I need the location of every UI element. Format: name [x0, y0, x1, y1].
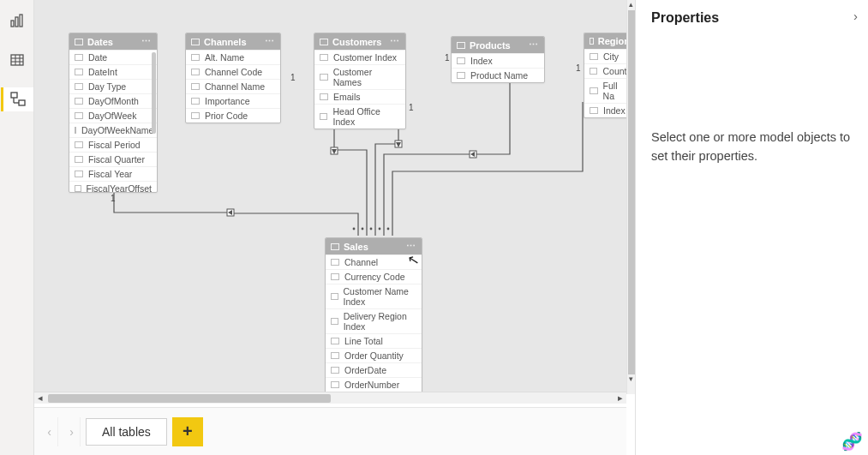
table-field[interactable]: Day Type	[69, 79, 157, 93]
properties-title: Properties	[651, 10, 853, 26]
column-icon	[75, 112, 83, 119]
table-icon	[9, 52, 25, 68]
more-icon[interactable]: ⋯	[141, 36, 152, 47]
add-tab-button[interactable]: +	[172, 417, 203, 446]
table-icon	[320, 39, 328, 45]
table-field[interactable]: Emails	[314, 89, 405, 104]
table-field[interactable]: Delivery Region Index	[326, 308, 422, 333]
collapse-properties-button[interactable]: ›	[853, 9, 858, 23]
table-field[interactable]: Channel Code	[186, 64, 280, 79]
column-icon	[75, 54, 83, 61]
table-name-customers: Customers	[332, 37, 381, 47]
tab-all-tables[interactable]: All tables	[86, 418, 167, 446]
properties-empty-hint: Select one or more model objects to set …	[651, 129, 853, 166]
scroll-thumb[interactable]	[48, 394, 331, 403]
table-field[interactable]: Prior Code	[186, 108, 280, 123]
table-card-products[interactable]: Products ⋯ Index Product Name	[451, 36, 545, 83]
table-field[interactable]: OrderDate	[326, 362, 422, 377]
report-view-button[interactable]	[5, 9, 29, 33]
column-icon	[331, 273, 339, 280]
canvas-horizontal-scrollbar[interactable]: ◂ ▸	[34, 392, 626, 404]
table-name-dates: Dates	[87, 37, 113, 47]
table-field[interactable]: Index	[584, 103, 626, 117]
table-icon	[457, 42, 465, 49]
table-field[interactable]: Fiscal Period	[69, 137, 157, 152]
table-card-dates[interactable]: Dates ⋯ Date DateInt Day Type DayOfMonth…	[69, 33, 158, 193]
cardinality-one-customers: 1	[409, 103, 414, 112]
more-icon[interactable]: ⋯	[529, 39, 539, 51]
column-icon	[75, 98, 83, 105]
scroll-left-icon[interactable]: ◂	[34, 392, 46, 404]
tab-prev-button[interactable]: ‹	[41, 417, 58, 446]
table-header-sales[interactable]: Sales ⋯	[326, 238, 422, 254]
table-icon	[191, 39, 200, 45]
column-icon	[75, 127, 76, 134]
column-icon	[191, 112, 200, 119]
table-field[interactable]: Full Na	[584, 78, 626, 103]
table-header-channels[interactable]: Channels ⋯	[186, 33, 280, 50]
svg-rect-12	[227, 209, 234, 216]
table-field[interactable]: DayOfMonth	[69, 93, 157, 108]
table-header-customers[interactable]: Customers ⋯	[314, 33, 405, 50]
svg-point-24	[387, 228, 390, 230]
svg-rect-9	[19, 100, 25, 105]
table-field[interactable]: Customer Index	[314, 50, 405, 64]
tab-next-button[interactable]: ›	[63, 417, 81, 446]
table-field[interactable]: Countr	[584, 63, 626, 78]
table-field[interactable]: DayOfWeekName	[69, 123, 157, 137]
svg-point-22	[370, 228, 373, 230]
table-field[interactable]: Customer Name Index	[326, 284, 422, 308]
table-field[interactable]: Importance	[186, 93, 280, 108]
more-icon[interactable]: ⋯	[265, 36, 275, 47]
table-card-customers[interactable]: Customers ⋯ Customer Index Customer Name…	[314, 33, 406, 129]
properties-pane: › Properties Select one or more model ob…	[635, 0, 868, 455]
column-icon	[320, 93, 328, 100]
table-card-sales[interactable]: Sales ⋯ Channel Currency Code Customer N…	[325, 237, 422, 394]
table-field[interactable]: Order Quantity	[326, 348, 422, 362]
table-field[interactable]: Customer Names	[314, 64, 405, 89]
table-card-regions[interactable]: Region City Countr Full Na Index	[584, 33, 626, 118]
model-view-button[interactable]	[1, 87, 33, 111]
view-switcher-rail	[0, 0, 34, 455]
column-icon	[590, 68, 597, 75]
table-card-channels[interactable]: Channels ⋯ Alt. Name Channel Code Channe…	[185, 33, 281, 123]
table-field[interactable]: City	[584, 49, 626, 63]
table-icon	[590, 38, 594, 45]
model-canvas[interactable]: 1 1 1 1 1 Dates ⋯ Date DateInt Day Type …	[34, 0, 626, 394]
plus-icon: +	[183, 422, 193, 441]
diagram-tab-strip: ‹ › All tables +	[34, 407, 626, 455]
table-field[interactable]: Product Name	[452, 68, 544, 82]
table-header-dates[interactable]: Dates ⋯	[69, 33, 157, 50]
more-icon[interactable]: ⋯	[390, 36, 400, 47]
table-field[interactable]: Currency Code	[326, 269, 422, 284]
table-field[interactable]: DateInt	[69, 64, 157, 79]
table-field[interactable]: Channel	[326, 254, 422, 269]
column-icon	[457, 57, 465, 64]
table-field[interactable]: Channel Name	[186, 79, 280, 93]
table-field[interactable]: Fiscal Year	[69, 166, 157, 181]
table-field[interactable]: FiscalYearOffset	[69, 181, 157, 193]
table-name-sales: Sales	[344, 242, 368, 252]
table-field[interactable]: Index	[452, 53, 544, 68]
table-scrollbar[interactable]	[152, 52, 156, 134]
data-view-button[interactable]	[5, 48, 29, 72]
table-header-regions[interactable]: Region	[584, 33, 626, 49]
table-field[interactable]: Date	[69, 50, 157, 64]
table-header-products[interactable]: Products ⋯	[452, 37, 544, 53]
canvas-vertical-scrollbar[interactable]: ▴ ▾	[626, 0, 635, 394]
table-field[interactable]: Head Office Index	[314, 104, 405, 129]
table-field[interactable]: OrderNumber	[326, 377, 422, 392]
scroll-right-icon[interactable]: ▸	[614, 392, 626, 404]
scroll-thumb[interactable]	[628, 10, 635, 374]
column-icon	[331, 338, 339, 344]
column-icon	[590, 87, 598, 94]
table-field[interactable]: DayOfWeek	[69, 108, 157, 123]
model-icon	[9, 91, 27, 108]
table-field[interactable]: Fiscal Quarter	[69, 152, 157, 166]
scroll-down-icon[interactable]: ▾	[627, 374, 635, 385]
table-field[interactable]: Alt. Name	[186, 50, 280, 64]
scroll-up-icon[interactable]: ▴	[627, 0, 635, 10]
more-icon[interactable]: ⋯	[406, 241, 416, 252]
table-name-channels: Channels	[204, 37, 247, 47]
table-field[interactable]: Line Total	[326, 333, 422, 348]
